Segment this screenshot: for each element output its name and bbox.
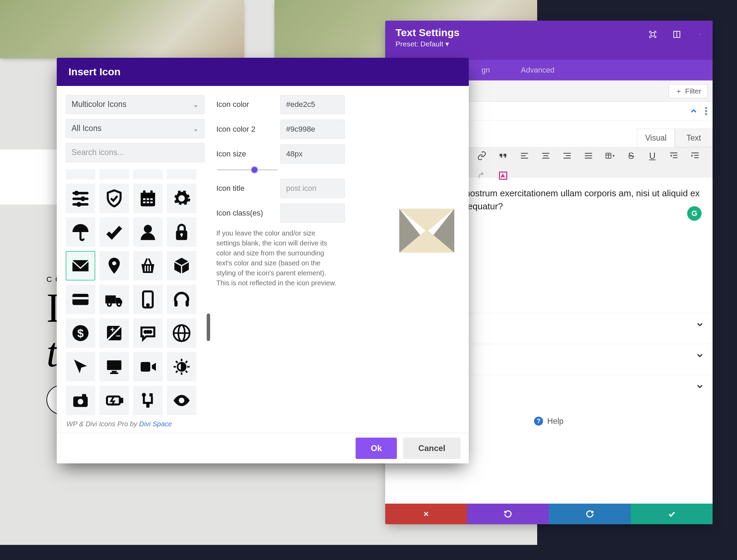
chevron-down-icon: ⌄ [193, 100, 199, 109]
icon-cell-partial[interactable] [99, 169, 129, 179]
tablet-icon[interactable] [133, 285, 163, 314]
svg-rect-64 [181, 234, 182, 237]
svg-rect-58 [143, 201, 145, 203]
svg-point-102 [179, 398, 184, 403]
icon-title-label: Icon title [216, 184, 274, 193]
svg-rect-57 [150, 198, 153, 200]
svg-point-73 [117, 303, 121, 306]
icon-color2-value: #9c998e [286, 125, 315, 134]
user-icon[interactable] [133, 217, 163, 247]
mail-preview-icon [399, 208, 454, 253]
mail-icon[interactable] [66, 251, 95, 281]
svg-rect-66 [145, 266, 146, 271]
camera-icon[interactable] [66, 386, 95, 415]
icon-cell-partial[interactable] [167, 169, 196, 179]
svg-text:+: + [110, 325, 115, 334]
icon-size-input[interactable]: 48px [280, 144, 345, 164]
icon-color2-input[interactable]: #9c998e [280, 120, 345, 139]
icon-size-slider[interactable] [217, 169, 278, 171]
ok-button[interactable]: Ok [356, 438, 397, 459]
svg-rect-77 [186, 300, 189, 307]
svg-rect-98 [121, 399, 122, 402]
svg-point-96 [78, 399, 83, 404]
cursor-icon[interactable] [66, 352, 95, 382]
svg-point-85 [149, 331, 151, 333]
svg-point-46 [74, 191, 79, 196]
svg-rect-91 [110, 372, 118, 374]
svg-rect-56 [147, 198, 149, 200]
chat-icon[interactable] [133, 318, 163, 348]
slider-handle[interactable] [251, 167, 258, 173]
usb-icon[interactable] [133, 386, 163, 415]
icon-classes-input[interactable] [280, 204, 345, 223]
insert-icon-modal: Insert Icon Multicolor Icons ⌄ All Icons… [57, 58, 469, 463]
sliders-icon[interactable] [66, 184, 95, 213]
svg-rect-95 [82, 394, 86, 397]
icon-hint-text: If you leave the color and/or size setti… [216, 228, 340, 288]
svg-rect-55 [143, 198, 145, 200]
modal-title: Insert Icon [57, 58, 469, 86]
svg-rect-67 [147, 266, 149, 271]
cancel-button[interactable]: Cancel [403, 438, 460, 459]
exposure-icon[interactable]: +− [99, 318, 129, 348]
eye-icon[interactable] [167, 386, 196, 415]
icon-category-value: All Icons [72, 124, 101, 133]
svg-rect-70 [73, 297, 89, 299]
icon-preview [399, 208, 454, 253]
svg-rect-54 [150, 190, 153, 194]
monitor-icon[interactable] [99, 352, 129, 382]
globe-icon[interactable] [167, 318, 196, 348]
scrollbar-thumb[interactable] [207, 314, 210, 341]
package-icon[interactable] [167, 251, 196, 281]
umbrella-icon[interactable] [66, 217, 95, 247]
gear-icon[interactable] [167, 184, 196, 213]
icon-grid-scroll[interactable]: $ +− [66, 169, 205, 415]
svg-rect-90 [112, 371, 117, 372]
svg-point-99 [142, 393, 146, 397]
calendar-icon[interactable] [133, 184, 163, 213]
icon-color-input[interactable]: #ede2c5 [280, 95, 345, 114]
icon-grid: $ +− [66, 169, 205, 415]
icon-style-select[interactable]: Multicolor Icons ⌄ [66, 95, 205, 114]
svg-rect-68 [150, 266, 151, 271]
battery-charge-icon[interactable] [99, 386, 129, 415]
svg-rect-59 [147, 201, 149, 203]
icon-color2-label: Icon color 2 [216, 125, 274, 134]
truck-icon[interactable] [99, 285, 129, 314]
svg-point-48 [80, 196, 85, 201]
svg-rect-60 [150, 201, 153, 203]
video-icon[interactable] [133, 352, 163, 382]
basket-icon[interactable] [133, 251, 163, 281]
svg-point-50 [76, 202, 81, 207]
icon-color-label: Icon color [216, 100, 274, 109]
shield-check-icon[interactable] [99, 184, 129, 213]
icon-cell-partial[interactable] [66, 169, 95, 179]
icon-color-value: #ede2c5 [286, 100, 315, 109]
map-pin-icon[interactable] [99, 251, 129, 281]
check-icon[interactable] [99, 217, 129, 247]
credits-link[interactable]: Divi Space [139, 420, 172, 428]
svg-rect-92 [141, 362, 150, 372]
lock-icon[interactable] [167, 217, 196, 247]
svg-point-61 [144, 225, 152, 233]
svg-rect-53 [143, 190, 145, 194]
icon-title-input[interactable]: post icon [280, 179, 345, 198]
svg-text:$: $ [77, 327, 84, 339]
modal-right-column: Icon color #ede2c5 Icon color 2 #9c998e … [216, 95, 460, 415]
headphones-icon[interactable] [167, 285, 196, 314]
icon-search-input[interactable]: Search icons... [66, 143, 205, 162]
icon-category-select[interactable]: All Icons ⌄ [66, 119, 205, 138]
chevron-down-icon: ⌄ [193, 124, 199, 133]
icon-size-value: 48px [286, 150, 303, 158]
brightness-icon[interactable] [167, 352, 196, 382]
credit-card-icon[interactable] [66, 285, 95, 314]
svg-text:−: − [116, 331, 121, 340]
modal-left-column: Multicolor Icons ⌄ All Icons ⌄ Search ic… [66, 95, 205, 415]
svg-point-65 [112, 261, 116, 265]
svg-rect-89 [107, 360, 121, 370]
modal-footer: Ok Cancel [57, 433, 469, 463]
dollar-circle-icon[interactable]: $ [66, 318, 95, 348]
icon-cell-partial[interactable] [133, 169, 163, 179]
icon-style-value: Multicolor Icons [72, 100, 127, 109]
credits-prefix: WP & Divi Icons Pro by [66, 420, 139, 428]
